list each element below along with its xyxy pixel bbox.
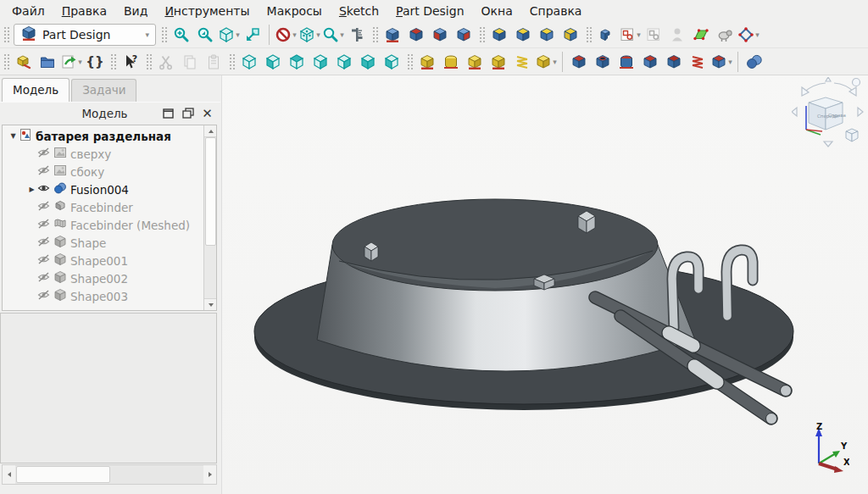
eye-hidden-icon[interactable] <box>37 236 50 250</box>
tree-expander-icon[interactable]: ▶ <box>26 186 37 193</box>
tab-model[interactable]: Модель <box>2 78 70 102</box>
subtractive-primitive-button[interactable]: ▾ <box>709 50 733 74</box>
menu-sketch[interactable]: Sketch <box>331 2 387 20</box>
eye-hidden-icon[interactable] <box>37 289 50 303</box>
menu-вид[interactable]: Вид <box>115 2 156 20</box>
axonometric-view-button[interactable]: ▾ <box>217 23 241 47</box>
subtractive-helix-button[interactable] <box>686 50 709 74</box>
chevron-down-icon[interactable]: ▾ <box>292 31 297 39</box>
eye-hidden-icon[interactable] <box>37 218 50 232</box>
pocket-button[interactable] <box>567 50 591 74</box>
dock-close-icon[interactable]: ✕ <box>199 106 215 121</box>
view-right-button[interactable] <box>309 50 332 74</box>
scroll-down-icon[interactable] <box>204 298 217 310</box>
new-document-button[interactable] <box>12 50 36 74</box>
measure-button[interactable] <box>345 23 369 47</box>
workbench-selector[interactable]: Part Design▾ <box>14 24 156 46</box>
fillet-button[interactable] <box>381 23 404 47</box>
toolbar-grip[interactable] <box>145 53 152 71</box>
property-scrollbar-thumb[interactable] <box>16 466 110 483</box>
additive-primitive-button[interactable]: ▾ <box>534 50 558 74</box>
fit-selection-button[interactable] <box>193 23 217 47</box>
draw-style-button[interactable]: ▾ <box>274 23 298 47</box>
eye-hidden-icon[interactable] <box>37 147 50 161</box>
additive-loft-button[interactable] <box>463 50 487 74</box>
toolbar-grip[interactable] <box>585 25 592 44</box>
scroll-left-icon[interactable] <box>3 465 15 484</box>
tree-item-shape001[interactable]: Shape001 <box>3 252 203 269</box>
create-body-button[interactable] <box>594 23 618 47</box>
subtractive-pipe-button[interactable] <box>662 50 686 74</box>
toolbar-grip[interactable] <box>406 53 413 71</box>
navcube-right-label[interactable]: Справа <box>828 113 846 119</box>
polar-pattern-button[interactable] <box>535 23 559 47</box>
toolbar-grip[interactable] <box>3 53 9 71</box>
tree-expander-icon[interactable]: ▼ <box>8 132 19 140</box>
menu-инструменты[interactable]: Инструменты <box>156 2 258 20</box>
draft-button[interactable] <box>428 23 452 47</box>
hole-button[interactable] <box>591 50 615 74</box>
scroll-up-icon[interactable] <box>204 125 217 137</box>
datum-plane-button[interactable] <box>689 23 713 47</box>
subtractive-loft-button[interactable] <box>638 50 662 74</box>
view-top-button[interactable] <box>285 50 309 74</box>
additive-helix-button[interactable] <box>510 50 534 74</box>
chevron-down-icon[interactable]: ▾ <box>316 31 320 39</box>
view-isometric-button[interactable] <box>237 50 261 74</box>
eye-hidden-icon[interactable] <box>37 164 50 179</box>
menu-правка[interactable]: Правка <box>53 2 115 20</box>
navigation-cube[interactable]: Спереди Справа <box>792 77 865 150</box>
box-zoom-button[interactable] <box>241 23 264 47</box>
chevron-down-icon[interactable]: ▾ <box>340 31 344 39</box>
shape-binder-button[interactable] <box>713 23 737 47</box>
toolbar-grip[interactable] <box>228 53 235 71</box>
chevron-down-icon[interactable]: ▾ <box>78 58 82 66</box>
scroll-right-icon[interactable] <box>203 465 216 484</box>
chevron-down-icon[interactable]: ▾ <box>637 31 641 39</box>
property-horizontal-scrollbar[interactable] <box>2 464 217 485</box>
link-button[interactable]: ▾ <box>59 50 83 74</box>
eye-hidden-icon[interactable] <box>37 253 50 268</box>
tree-vertical-scrollbar[interactable] <box>203 125 216 310</box>
create-sketch-button[interactable]: ▾ <box>618 23 642 47</box>
open-button[interactable] <box>36 50 59 74</box>
tree-item-shape003[interactable]: Shape003 <box>3 287 203 305</box>
expression-button[interactable]: {} <box>83 50 107 74</box>
chamfer-button[interactable] <box>404 23 428 47</box>
toolbar-grip[interactable] <box>371 25 378 44</box>
groove-button[interactable] <box>615 50 638 74</box>
view-left-button[interactable] <box>380 50 403 74</box>
toolbar-grip[interactable] <box>160 25 167 44</box>
tree-item-батарея-раздельная[interactable]: ▼батарея раздельная <box>3 127 203 145</box>
menu-справка[interactable]: Справка <box>521 2 591 20</box>
tree-scrollbar-thumb[interactable] <box>205 137 216 246</box>
toolbar-grip[interactable] <box>109 53 116 71</box>
whats-this-button[interactable]: ? <box>119 50 142 74</box>
eye-hidden-icon[interactable] <box>37 271 50 286</box>
fit-all-button[interactable] <box>170 23 193 47</box>
dotted-cube-view-button[interactable]: ▾ <box>298 23 321 47</box>
tree-item-сверху[interactable]: сверху <box>3 145 203 163</box>
chevron-down-icon[interactable]: ▾ <box>236 31 240 39</box>
dock-float-icon[interactable] <box>180 106 196 121</box>
tree-item-shape002[interactable]: Shape002 <box>3 269 203 287</box>
3d-viewport[interactable]: Спереди Справа Z Y <box>221 75 868 494</box>
chevron-down-icon[interactable]: ▾ <box>755 31 760 39</box>
tree-item-shape[interactable]: Shape <box>3 234 203 252</box>
menu-окна[interactable]: Окна <box>473 2 521 20</box>
zoom-button[interactable]: ▾ <box>321 23 345 47</box>
toolbar-grip[interactable] <box>478 25 485 44</box>
eye-hidden-icon[interactable] <box>37 200 50 214</box>
tree-item-fusion004[interactable]: ▶Fusion004 <box>3 180 203 198</box>
linear-pattern-button[interactable] <box>511 23 535 47</box>
revolution-button[interactable] <box>439 50 463 74</box>
additive-pipe-button[interactable] <box>487 50 510 74</box>
tab-tasks[interactable]: Задачи <box>71 79 136 102</box>
dock-minimize-icon[interactable] <box>160 106 176 121</box>
multitransform-button[interactable] <box>559 23 582 47</box>
pad-button[interactable] <box>415 50 439 74</box>
chevron-down-icon[interactable]: ▾ <box>728 58 732 66</box>
mirrored-button[interactable] <box>487 23 511 47</box>
view-bottom-button[interactable] <box>356 50 380 74</box>
boolean-button[interactable] <box>743 50 766 74</box>
